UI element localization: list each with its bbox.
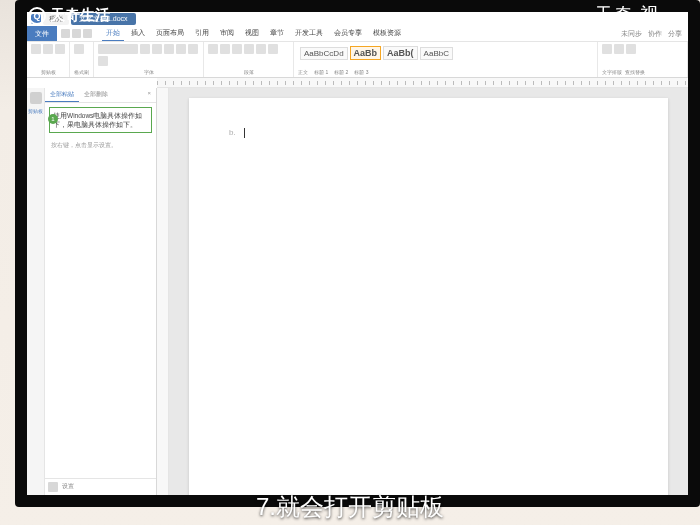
indent-icon[interactable]	[268, 44, 278, 54]
close-panel-button[interactable]: ×	[142, 88, 156, 102]
paste-all-button[interactable]: 全部粘贴	[45, 88, 79, 102]
cut-icon[interactable]	[43, 44, 53, 54]
clipboard-item-text: 使用Windows电脑具体操作如下，果电脑具体操作如下。	[53, 112, 142, 128]
app-window: 稻壳 文字文稿1.docx 文件 开始 插入 页面布局 引用 审阅 视图 章节 …	[27, 12, 688, 495]
watermark-left-text: 天奇生活	[50, 6, 110, 25]
align-left-icon[interactable]	[208, 44, 218, 54]
style-heading1[interactable]: AaBb	[350, 46, 382, 60]
ribbon-group-styles: AaBbCcDd AaBb AaBb( AaBbC 正文 标题 1 标题 2 标…	[294, 42, 598, 77]
sidebar-clipboard-icon[interactable]	[30, 92, 42, 104]
clipboard-item[interactable]: 1 使用Windows电脑具体操作如下，果电脑具体操作如下。	[49, 107, 152, 133]
tab-member[interactable]: 会员专享	[330, 26, 366, 41]
clipboard-panel: 剪贴板 全部粘贴 全部删除 × 1 使用Windows电脑具体操作如下，果电脑具…	[27, 88, 157, 495]
tab-start[interactable]: 开始	[102, 26, 124, 41]
text-cursor	[244, 128, 245, 138]
underline-icon[interactable]	[176, 44, 186, 54]
video-subtitle: 7.就会打开剪贴板	[0, 491, 700, 523]
clipboard-toolbar: 全部粘贴 全部删除 ×	[45, 88, 156, 103]
tab-view[interactable]: 视图	[241, 26, 263, 41]
logo-icon: Q	[28, 7, 46, 25]
align-right-icon[interactable]	[232, 44, 242, 54]
vertical-ruler[interactable]	[157, 88, 169, 495]
sidebar-clipboard-label: 剪贴板	[28, 108, 43, 114]
style-normal[interactable]: AaBbCcDd	[300, 47, 348, 60]
file-menu-button[interactable]: 文件	[27, 26, 57, 41]
document-area[interactable]: b.	[169, 88, 688, 495]
redo-icon[interactable]	[83, 29, 92, 38]
watermark-right: 天奇·视	[594, 2, 660, 28]
sync-status[interactable]: 未同步	[621, 29, 642, 39]
font-size-dropdown[interactable]	[140, 44, 150, 54]
tab-templates[interactable]: 模板资源	[369, 26, 405, 41]
workspace: 剪贴板 全部粘贴 全部删除 × 1 使用Windows电脑具体操作如下，果电脑具…	[27, 88, 688, 495]
find-replace-icon[interactable]	[614, 44, 624, 54]
align-center-icon[interactable]	[220, 44, 230, 54]
left-sidebar: 剪贴板	[27, 88, 45, 495]
delete-all-button[interactable]: 全部删除	[79, 88, 113, 102]
bullets-icon[interactable]	[244, 44, 254, 54]
ribbon-group-clipboard: 剪贴板	[27, 42, 70, 77]
italic-icon[interactable]	[164, 44, 174, 54]
monitor-frame: 稻壳 文字文稿1.docx 文件 开始 插入 页面布局 引用 审阅 视图 章节 …	[15, 0, 700, 507]
ribbon-group-paragraph: 段落	[204, 42, 294, 77]
watermark-left: Q 天奇生活	[28, 6, 110, 25]
style-heading2[interactable]: AaBb(	[383, 46, 418, 60]
share-button[interactable]: 分享	[668, 29, 682, 39]
ribbon-group-editing: 文字排版 查找替换	[598, 42, 688, 77]
select-icon[interactable]	[626, 44, 636, 54]
horizontal-ruler[interactable]	[157, 78, 688, 88]
font-family-dropdown[interactable]	[98, 44, 138, 54]
font-color-icon[interactable]	[188, 44, 198, 54]
tab-layout[interactable]: 页面布局	[152, 26, 188, 41]
tab-developer[interactable]: 开发工具	[291, 26, 327, 41]
ribbon-tabs: 开始 插入 页面布局 引用 审阅 视图 章节 开发工具 会员专享 模板资源	[96, 26, 405, 41]
save-icon[interactable]	[61, 29, 70, 38]
title-bar: 稻壳 文字文稿1.docx	[27, 12, 688, 26]
ribbon-group-font: 字体	[94, 42, 204, 77]
collab-button[interactable]: 协作	[648, 29, 662, 39]
paste-icon[interactable]	[31, 44, 41, 54]
page-text-line: b.	[229, 128, 236, 137]
numbering-icon[interactable]	[256, 44, 266, 54]
undo-icon[interactable]	[72, 29, 81, 38]
tab-sections[interactable]: 章节	[266, 26, 288, 41]
format-painter-icon[interactable]	[74, 44, 84, 54]
titlebar-right-tools: 未同步 协作 分享	[621, 29, 688, 39]
highlight-icon[interactable]	[98, 56, 108, 66]
tab-insert[interactable]: 插入	[127, 26, 149, 41]
tab-review[interactable]: 审阅	[216, 26, 238, 41]
menu-bar: 文件 开始 插入 页面布局 引用 审阅 视图 章节 开发工具 会员专享 模板资源…	[27, 26, 688, 42]
ribbon-toolbar: 剪贴板 格式刷 字体 段落 AaBbCcDd AaBb AaBb( AaBbC …	[27, 42, 688, 78]
style-heading3[interactable]: AaBbC	[420, 47, 453, 60]
copy-icon[interactable]	[55, 44, 65, 54]
bold-icon[interactable]	[152, 44, 162, 54]
quick-access-toolbar	[57, 29, 96, 38]
tab-references[interactable]: 引用	[191, 26, 213, 41]
document-page[interactable]: b.	[189, 98, 668, 495]
clipboard-item-number: 1	[48, 114, 58, 124]
ribbon-group-format-painter: 格式刷	[70, 42, 94, 77]
clipboard-hint: 按右键，点击显示设置。	[45, 137, 156, 154]
text-layout-icon[interactable]	[602, 44, 612, 54]
